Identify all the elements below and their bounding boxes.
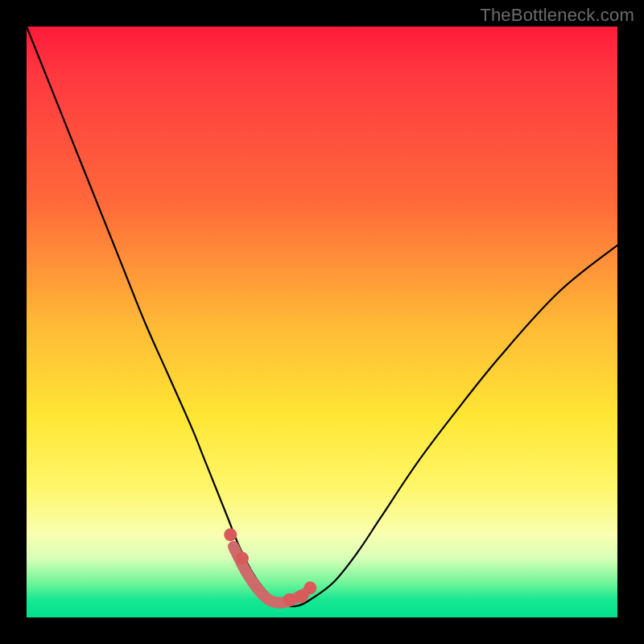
bottleneck-curve-path — [27, 27, 617, 606]
chart-frame: TheBottleneck.com — [0, 0, 644, 644]
highlight-dot — [236, 552, 249, 565]
plot-area — [27, 27, 617, 617]
curve-svg — [27, 27, 617, 617]
watermark-text: TheBottleneck.com — [480, 5, 634, 26]
highlight-dot — [303, 581, 316, 594]
highlight-dot — [224, 528, 237, 541]
highlight-dot — [283, 593, 296, 606]
